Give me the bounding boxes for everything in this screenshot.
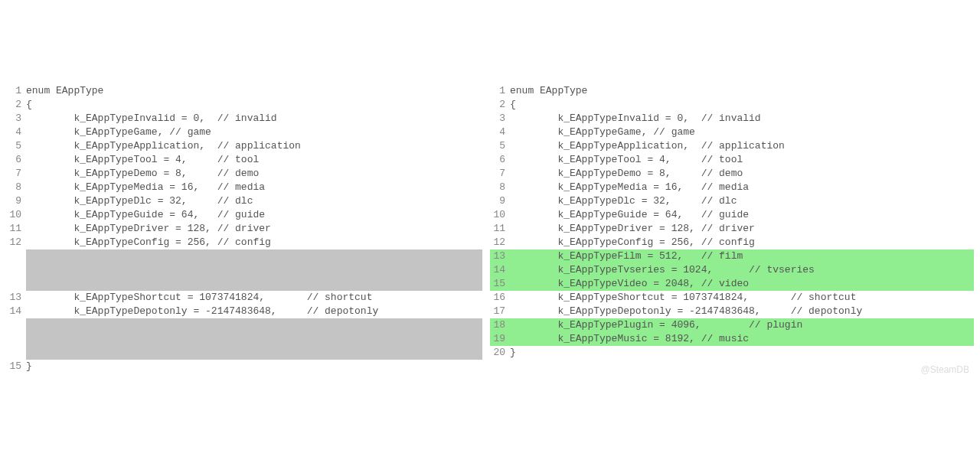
line-number: 7 xyxy=(6,167,21,181)
code-line: 14 k_EAppTypeDepotonly = -2147483648, //… xyxy=(6,305,490,318)
code-text: k_EAppTypeDriver = 128, // driver xyxy=(26,222,271,236)
line-number: 12 xyxy=(490,236,505,249)
code-text: k_EAppTypeInvalid = 0, // invalid xyxy=(510,112,761,126)
code-text: k_EAppTypeMedia = 16, // media xyxy=(26,181,265,194)
diff-container: 1enum EAppType2{3 k_EAppTypeInvalid = 0,… xyxy=(0,0,980,373)
code-line: 12 k_EAppTypeConfig = 256, // config xyxy=(6,236,490,249)
code-text: k_EAppTypeMusic = 8192, // music xyxy=(510,332,749,346)
code-text: k_EAppTypeTvseries = 1024, // tvseries xyxy=(510,263,815,277)
line-number: 1 xyxy=(6,84,21,98)
code-text: k_EAppTypeVideo = 2048, // video xyxy=(510,277,749,291)
code-text: k_EAppTypeDemo = 8, // demo xyxy=(26,167,259,181)
line-number: 14 xyxy=(490,263,505,277)
code-text: k_EAppTypeConfig = 256, // config xyxy=(510,236,755,249)
code-line: 18 k_EAppTypePlugin = 4096, // plugin xyxy=(490,318,974,332)
code-text: k_EAppTypeDemo = 8, // demo xyxy=(510,167,743,181)
code-line: 7 k_EAppTypeDemo = 8, // demo xyxy=(490,167,974,181)
code-text: { xyxy=(510,98,516,112)
line-number: 13 xyxy=(6,291,21,305)
code-line: 3 k_EAppTypeInvalid = 0, // invalid xyxy=(490,112,974,126)
code-line: 9 k_EAppTypeDlc = 32, // dlc xyxy=(490,194,974,208)
line-number: 10 xyxy=(6,208,21,222)
code-text: k_EAppTypeConfig = 256, // config xyxy=(26,236,271,249)
code-line: 6 k_EAppTypeTool = 4, // tool xyxy=(490,153,974,167)
code-line: 10 k_EAppTypeGuide = 64, // guide xyxy=(490,208,974,222)
code-line: 19 k_EAppTypeMusic = 8192, // music xyxy=(490,332,974,346)
line-number: 11 xyxy=(6,222,21,236)
code-line: 7 k_EAppTypeDemo = 8, // demo xyxy=(6,167,490,181)
line-number: 7 xyxy=(490,167,505,181)
code-text: k_EAppTypeGuide = 64, // guide xyxy=(510,208,749,222)
line-number: 18 xyxy=(490,318,505,332)
line-number: 2 xyxy=(490,98,505,112)
line-number: 8 xyxy=(6,181,21,194)
code-text: k_EAppTypeGame, // game xyxy=(510,126,695,139)
code-text: k_EAppTypeDepotonly = -2147483648, // de… xyxy=(510,305,862,318)
line-number: 13 xyxy=(490,249,505,263)
code-text: k_EAppTypeApplication, // application xyxy=(510,139,785,153)
code-line: 8 k_EAppTypeMedia = 16, // media xyxy=(6,181,490,194)
code-text: } xyxy=(510,346,516,360)
line-number: 15 xyxy=(490,277,505,291)
code-line: 17 k_EAppTypeDepotonly = -2147483648, //… xyxy=(490,305,974,318)
code-text: k_EAppTypeShortcut = 1073741824, // shor… xyxy=(26,291,372,305)
watermark: @SteamDB xyxy=(920,363,969,377)
code-line: 1enum EAppType xyxy=(490,84,974,98)
line-number: 8 xyxy=(490,181,505,194)
code-line: 11 k_EAppTypeDriver = 128, // driver xyxy=(490,222,974,236)
diff-gap-block xyxy=(26,318,482,360)
code-line: 6 k_EAppTypeTool = 4, // tool xyxy=(6,153,490,167)
code-line: 15 k_EAppTypeVideo = 2048, // video xyxy=(490,277,974,291)
diff-pane-left: 1enum EAppType2{3 k_EAppTypeInvalid = 0,… xyxy=(6,84,490,373)
line-number: 15 xyxy=(6,360,21,373)
line-number: 17 xyxy=(490,305,505,318)
line-number: 9 xyxy=(490,194,505,208)
code-text: k_EAppTypeDriver = 128, // driver xyxy=(510,222,755,236)
line-number: 6 xyxy=(490,153,505,167)
code-line: 20} xyxy=(490,346,974,360)
code-text: k_EAppTypePlugin = 4096, // plugin xyxy=(510,318,802,332)
code-line: 13 k_EAppTypeFilm = 512, // film xyxy=(490,249,974,263)
code-line: 12 k_EAppTypeConfig = 256, // config xyxy=(490,236,974,249)
code-line: 2{ xyxy=(6,98,490,112)
diff-pane-right: 1enum EAppType2{3 k_EAppTypeInvalid = 0,… xyxy=(490,84,974,373)
line-number: 14 xyxy=(6,305,21,318)
line-number: 9 xyxy=(6,194,21,208)
code-text: k_EAppTypeGame, // game xyxy=(26,126,211,139)
code-text: k_EAppTypeMedia = 16, // media xyxy=(510,181,749,194)
code-text: k_EAppTypeTool = 4, // tool xyxy=(26,153,259,167)
code-line: 3 k_EAppTypeInvalid = 0, // invalid xyxy=(6,112,490,126)
line-number: 2 xyxy=(6,98,21,112)
code-text: k_EAppTypeApplication, // application xyxy=(26,139,301,153)
code-line: 5 k_EAppTypeApplication, // application xyxy=(490,139,974,153)
code-text: k_EAppTypeDlc = 32, // dlc xyxy=(26,194,253,208)
code-line: 14 k_EAppTypeTvseries = 1024, // tvserie… xyxy=(490,263,974,277)
code-text: k_EAppTypeInvalid = 0, // invalid xyxy=(26,112,277,126)
line-number: 3 xyxy=(6,112,21,126)
code-line: 9 k_EAppTypeDlc = 32, // dlc xyxy=(6,194,490,208)
line-number: 12 xyxy=(6,236,21,249)
code-text: { xyxy=(26,98,32,112)
code-text: k_EAppTypeGuide = 64, // guide xyxy=(26,208,265,222)
line-number: 10 xyxy=(490,208,505,222)
code-line: 16 k_EAppTypeShortcut = 1073741824, // s… xyxy=(490,291,974,305)
code-text: } xyxy=(26,360,32,373)
code-text: k_EAppTypeDepotonly = -2147483648, // de… xyxy=(26,305,378,318)
code-text: k_EAppTypeFilm = 512, // film xyxy=(510,249,743,263)
code-line: 2{ xyxy=(490,98,974,112)
code-line: 1enum EAppType xyxy=(6,84,490,98)
code-text: enum EAppType xyxy=(510,84,587,98)
code-line: 11 k_EAppTypeDriver = 128, // driver xyxy=(6,222,490,236)
line-number: 3 xyxy=(490,112,505,126)
code-line: 13 k_EAppTypeShortcut = 1073741824, // s… xyxy=(6,291,490,305)
code-line: 10 k_EAppTypeGuide = 64, // guide xyxy=(6,208,490,222)
line-number: 4 xyxy=(6,126,21,139)
line-number: 20 xyxy=(490,346,505,360)
line-number: 6 xyxy=(6,153,21,167)
line-number: 16 xyxy=(490,291,505,305)
line-number: 11 xyxy=(490,222,505,236)
code-line: 5 k_EAppTypeApplication, // application xyxy=(6,139,490,153)
line-number: 1 xyxy=(490,84,505,98)
code-line: 8 k_EAppTypeMedia = 16, // media xyxy=(490,181,974,194)
code-line: 4 k_EAppTypeGame, // game xyxy=(490,126,974,139)
